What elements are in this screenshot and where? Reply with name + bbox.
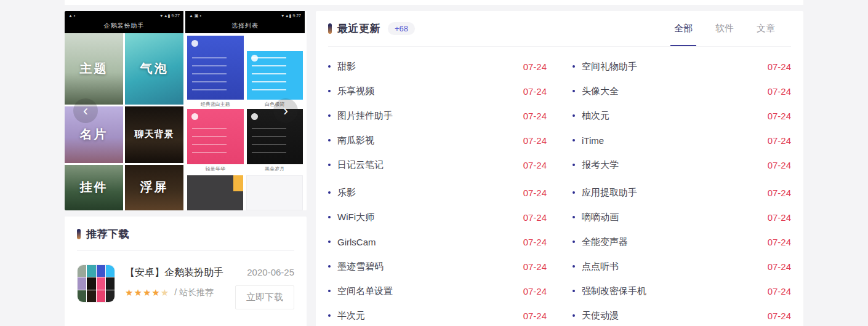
update-item[interactable]: 图片挂件助手07-24 [328, 103, 547, 128]
update-item-title[interactable]: 墨迹雪碧码 [337, 261, 516, 272]
status-icons-left: ▲ ▣ ▪ [189, 13, 201, 18]
update-item[interactable]: 点点听书07-24 [573, 254, 791, 279]
bullet-icon [573, 265, 575, 268]
thumbnail-cell [106, 277, 115, 289]
thumbnail-cell [97, 265, 105, 277]
partial-screen-dark [187, 175, 243, 210]
status-icons-right: ▼▲▮ 9:27 [281, 13, 301, 18]
update-item-date: 07-24 [523, 188, 547, 198]
update-item[interactable]: iTime07-24 [573, 128, 791, 153]
update-item-title[interactable]: 甜影 [337, 61, 516, 73]
update-item[interactable]: 嘀嘀动画07-24 [573, 205, 791, 229]
update-item-title[interactable]: 报考大学 [582, 159, 760, 171]
status-icons-right: ▼▲▮ 9:27 [159, 13, 180, 18]
bullet-icon [328, 290, 331, 292]
update-item[interactable]: 乐享视频07-24 [328, 79, 547, 103]
bullet-icon [328, 114, 331, 117]
update-item-title[interactable]: 乐享视频 [337, 85, 516, 97]
update-item[interactable]: 空间礼物助手07-24 [573, 54, 791, 79]
update-item-title[interactable]: 头像大全 [582, 85, 760, 97]
tabs: 全部软件文章 [674, 11, 775, 46]
update-item-date: 07-24 [768, 160, 791, 170]
update-item-title[interactable]: GirlsCam [337, 237, 516, 247]
update-list-left: 甜影07-24乐享视频07-24图片挂件助手07-24南瓜影视07-24日记云笔… [328, 54, 547, 326]
update-item-title[interactable]: 应用提取助手 [582, 187, 760, 199]
update-item-title[interactable]: 点点听书 [582, 261, 760, 272]
bullet-icon [573, 290, 575, 292]
phone-title: 选择列表 [189, 22, 301, 30]
update-item-title[interactable]: WiFi大师 [337, 212, 516, 223]
update-item[interactable]: 全能变声器07-24 [573, 229, 791, 254]
update-item-date: 07-24 [523, 111, 547, 121]
update-item-title[interactable]: 空间礼物助手 [582, 61, 760, 73]
update-item[interactable]: 天使动漫07-24 [573, 303, 791, 326]
update-item-title[interactable]: 日记云笔记 [337, 159, 516, 171]
thumbnail-cell [87, 277, 95, 289]
bullet-icon [328, 65, 331, 68]
thumbnail-cell [78, 290, 86, 302]
update-item-title[interactable]: 半次元 [337, 310, 516, 322]
update-item[interactable]: 乐影07-24 [328, 180, 547, 205]
bullet-icon [328, 164, 331, 166]
recommend-download-card: 推荐下载 【安卓】企鹅装扮助手 ★★★★★ / 站长推荐 2020-06-25 [65, 217, 307, 326]
tab-software[interactable]: 软件 [715, 11, 734, 46]
carousel-prev-button[interactable]: ‹ [73, 98, 98, 123]
update-item-date: 07-24 [523, 261, 547, 272]
update-item[interactable]: 应用提取助手07-24 [573, 180, 791, 205]
update-item[interactable]: 柚次元07-24 [573, 103, 791, 128]
app-thumbnail[interactable] [77, 264, 115, 303]
update-item-title[interactable]: iTime [582, 135, 760, 146]
tab-article[interactable]: 文章 [757, 11, 775, 46]
partial-screen-light [246, 175, 303, 210]
update-item-date: 07-24 [768, 62, 791, 72]
photo-tile-bubble: 气泡 [125, 33, 183, 105]
bullet-icon [573, 139, 575, 141]
update-item[interactable]: 半次元07-24 [328, 303, 547, 326]
update-item[interactable]: 报考大学07-24 [573, 153, 791, 177]
recent-updates-card: 最近更新 +68 全部软件文章 甜影07-24乐享视频07-24图片挂件助手07… [316, 11, 803, 326]
update-item-title[interactable]: 天使动漫 [582, 310, 760, 322]
update-item[interactable]: 南瓜影视07-24 [328, 128, 547, 153]
status-icons-left: ▲ ▪ [68, 13, 75, 18]
update-item-title[interactable]: 柚次元 [582, 110, 760, 122]
count-badge: +68 [388, 22, 415, 35]
star-rating-icon: ★★★★★ [125, 287, 169, 298]
update-item[interactable]: 强制改密保手机07-24 [573, 279, 791, 303]
recommend-item-info: 【安卓】企鹅装扮助手 ★★★★★ / 站长推荐 [125, 264, 235, 309]
update-item[interactable]: GirlsCam07-24 [328, 229, 547, 254]
update-item-title[interactable]: 空间名单设置 [337, 285, 516, 297]
update-item-date: 07-24 [523, 62, 547, 72]
update-item-title[interactable]: 强制改密保手机 [582, 285, 760, 297]
update-item-date: 07-24 [768, 86, 791, 97]
phone-statusbar: ▲ ▣ ▪ ▼▲▮ 9:27 选择列表 [185, 11, 305, 33]
download-button[interactable]: 立即下载 [235, 285, 294, 309]
update-item[interactable]: 墨迹雪碧码07-24 [328, 254, 547, 279]
tab-all[interactable]: 全部 [674, 11, 693, 46]
recommend-item[interactable]: 【安卓】企鹅装扮助手 ★★★★★ / 站长推荐 2020-06-25 立即下载 [77, 264, 294, 309]
update-item[interactable]: WiFi大师07-24 [328, 205, 547, 229]
update-item[interactable]: 甜影07-24 [328, 54, 547, 79]
update-item[interactable]: 空间名单设置07-24 [328, 279, 547, 303]
thumbnail-cell [87, 265, 95, 277]
update-item-title[interactable]: 乐影 [337, 187, 516, 199]
photo-tile-theme: 主题 [65, 33, 123, 105]
phone-title: 企鹅装扮助手 [68, 22, 180, 30]
theme-screen-label: 经典蓝白主题 [187, 100, 244, 109]
update-item[interactable]: 头像大全07-24 [573, 79, 791, 103]
bullet-icon [573, 90, 575, 92]
update-item-title[interactable]: 图片挂件助手 [337, 110, 516, 122]
bullet-icon [328, 191, 331, 194]
theme-screen-label: 轻量年华 [187, 164, 244, 173]
carousel-next-button[interactable]: › [273, 98, 298, 123]
theme-screen-cyan: 白色极简 [247, 36, 303, 109]
recommend-item-title[interactable]: 【安卓】企鹅装扮助手 [125, 266, 235, 279]
update-item-title[interactable]: 全能变声器 [582, 236, 760, 248]
update-item-title[interactable]: 嘀嘀动画 [582, 212, 760, 223]
update-lists: 甜影07-24乐享视频07-24图片挂件助手07-24南瓜影视07-24日记云笔… [328, 47, 791, 326]
update-item[interactable]: 日记云笔记07-24 [328, 153, 547, 177]
bullet-icon [328, 216, 331, 218]
update-item-title[interactable]: 南瓜影视 [337, 135, 516, 146]
screenshot-carousel[interactable]: ▲ ▪ ▼▲▮ 9:27 企鹅装扮助手 主题气泡名片聊天背景挂件浮屏 ▲ ▣ ▪… [65, 11, 307, 210]
bullet-icon [328, 241, 331, 243]
bullet-icon [573, 114, 575, 117]
